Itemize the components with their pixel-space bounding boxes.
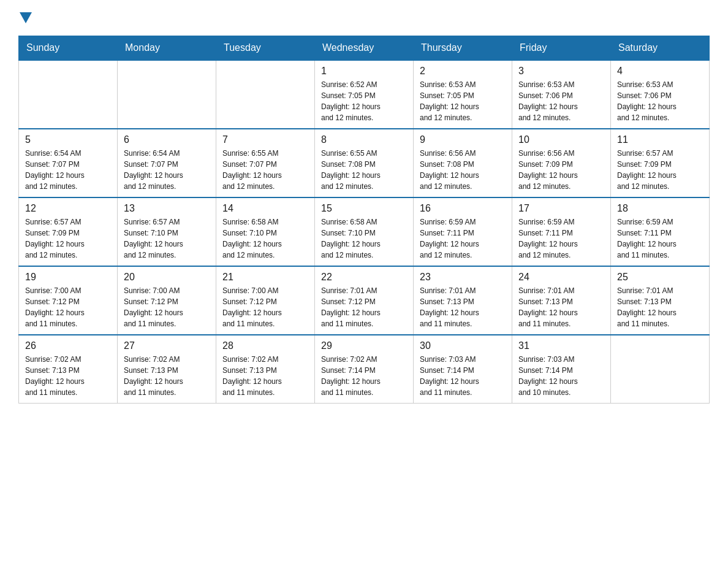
- day-info: Sunrise: 6:56 AMSunset: 7:09 PMDaylight:…: [518, 148, 604, 192]
- calendar-cell: 9Sunrise: 6:56 AMSunset: 7:08 PMDaylight…: [414, 129, 512, 197]
- calendar-cell: 5Sunrise: 6:54 AMSunset: 7:07 PMDaylight…: [19, 129, 118, 197]
- calendar-cell: 31Sunrise: 7:03 AMSunset: 7:14 PMDayligh…: [512, 335, 611, 404]
- day-number: 19: [25, 272, 111, 283]
- day-number: 16: [420, 203, 506, 214]
- day-info: Sunrise: 7:00 AMSunset: 7:12 PMDaylight:…: [25, 285, 111, 329]
- calendar-cell: 24Sunrise: 7:01 AMSunset: 7:13 PMDayligh…: [512, 266, 611, 335]
- day-info: Sunrise: 7:02 AMSunset: 7:13 PMDaylight:…: [25, 354, 111, 398]
- day-info: Sunrise: 6:53 AMSunset: 7:06 PMDaylight:…: [518, 79, 604, 123]
- calendar-cell: 17Sunrise: 6:59 AMSunset: 7:11 PMDayligh…: [512, 197, 611, 266]
- calendar-cell: [216, 60, 315, 129]
- week-row-5: 26Sunrise: 7:02 AMSunset: 7:13 PMDayligh…: [19, 335, 710, 404]
- day-number: 5: [25, 134, 111, 145]
- calendar-cell: 18Sunrise: 6:59 AMSunset: 7:11 PMDayligh…: [611, 197, 710, 266]
- day-number: 14: [222, 203, 308, 214]
- day-info: Sunrise: 6:55 AMSunset: 7:08 PMDaylight:…: [321, 148, 407, 192]
- week-row-4: 19Sunrise: 7:00 AMSunset: 7:12 PMDayligh…: [19, 266, 710, 335]
- day-number: 21: [222, 272, 308, 283]
- day-number: 18: [617, 203, 703, 214]
- day-info: Sunrise: 6:54 AMSunset: 7:07 PMDaylight:…: [124, 148, 210, 192]
- day-info: Sunrise: 7:02 AMSunset: 7:13 PMDaylight:…: [222, 354, 308, 398]
- day-header-sunday: Sunday: [19, 36, 118, 61]
- day-header-thursday: Thursday: [414, 36, 512, 61]
- day-info: Sunrise: 7:00 AMSunset: 7:12 PMDaylight:…: [124, 285, 210, 329]
- day-number: 30: [420, 340, 506, 351]
- calendar-cell: 19Sunrise: 7:00 AMSunset: 7:12 PMDayligh…: [19, 266, 118, 335]
- logo: [18, 12, 33, 23]
- day-number: 2: [420, 66, 506, 77]
- day-header-friday: Friday: [512, 36, 611, 61]
- day-number: 12: [25, 203, 111, 214]
- day-info: Sunrise: 6:54 AMSunset: 7:07 PMDaylight:…: [25, 148, 111, 192]
- day-info: Sunrise: 7:03 AMSunset: 7:14 PMDaylight:…: [420, 354, 506, 398]
- calendar-cell: 2Sunrise: 6:53 AMSunset: 7:05 PMDaylight…: [414, 60, 512, 129]
- day-number: 9: [420, 134, 506, 145]
- day-number: 24: [518, 272, 604, 283]
- logo-triangle-icon: [20, 12, 32, 23]
- day-header-wednesday: Wednesday: [315, 36, 414, 61]
- day-info: Sunrise: 7:02 AMSunset: 7:13 PMDaylight:…: [124, 354, 210, 398]
- calendar-cell: 3Sunrise: 6:53 AMSunset: 7:06 PMDaylight…: [512, 60, 611, 129]
- week-row-3: 12Sunrise: 6:57 AMSunset: 7:09 PMDayligh…: [19, 197, 710, 266]
- day-number: 29: [321, 340, 407, 351]
- day-info: Sunrise: 6:59 AMSunset: 7:11 PMDaylight:…: [518, 216, 604, 261]
- calendar-cell: 14Sunrise: 6:58 AMSunset: 7:10 PMDayligh…: [216, 197, 315, 266]
- day-number: 31: [518, 340, 604, 351]
- calendar-cell: 20Sunrise: 7:00 AMSunset: 7:12 PMDayligh…: [118, 266, 216, 335]
- day-info: Sunrise: 6:56 AMSunset: 7:08 PMDaylight:…: [420, 148, 506, 192]
- calendar-table: SundayMondayTuesdayWednesdayThursdayFrid…: [18, 36, 710, 404]
- day-info: Sunrise: 6:58 AMSunset: 7:10 PMDaylight:…: [321, 216, 407, 261]
- calendar-cell: 15Sunrise: 6:58 AMSunset: 7:10 PMDayligh…: [315, 197, 414, 266]
- day-info: Sunrise: 7:03 AMSunset: 7:14 PMDaylight:…: [518, 354, 604, 398]
- day-number: 22: [321, 272, 407, 283]
- day-info: Sunrise: 7:00 AMSunset: 7:12 PMDaylight:…: [222, 285, 308, 329]
- day-number: 1: [321, 66, 407, 77]
- calendar-cell: 27Sunrise: 7:02 AMSunset: 7:13 PMDayligh…: [118, 335, 216, 404]
- calendar-cell: 1Sunrise: 6:52 AMSunset: 7:05 PMDaylight…: [315, 60, 414, 129]
- day-info: Sunrise: 6:59 AMSunset: 7:11 PMDaylight:…: [420, 216, 506, 261]
- days-header-row: SundayMondayTuesdayWednesdayThursdayFrid…: [19, 36, 710, 61]
- calendar-cell: 8Sunrise: 6:55 AMSunset: 7:08 PMDaylight…: [315, 129, 414, 197]
- day-header-saturday: Saturday: [611, 36, 710, 61]
- calendar-cell: 12Sunrise: 6:57 AMSunset: 7:09 PMDayligh…: [19, 197, 118, 266]
- calendar-cell: 23Sunrise: 7:01 AMSunset: 7:13 PMDayligh…: [414, 266, 512, 335]
- day-number: 28: [222, 340, 308, 351]
- day-number: 15: [321, 203, 407, 214]
- calendar-cell: 22Sunrise: 7:01 AMSunset: 7:12 PMDayligh…: [315, 266, 414, 335]
- day-number: 25: [617, 272, 703, 283]
- day-number: 7: [222, 134, 308, 145]
- calendar-cell: [611, 335, 710, 404]
- day-info: Sunrise: 6:57 AMSunset: 7:10 PMDaylight:…: [124, 216, 210, 261]
- day-number: 26: [25, 340, 111, 351]
- calendar-cell: 10Sunrise: 6:56 AMSunset: 7:09 PMDayligh…: [512, 129, 611, 197]
- day-number: 8: [321, 134, 407, 145]
- calendar-cell: 13Sunrise: 6:57 AMSunset: 7:10 PMDayligh…: [118, 197, 216, 266]
- day-number: 4: [617, 66, 703, 77]
- day-number: 3: [518, 66, 604, 77]
- calendar-cell: 29Sunrise: 7:02 AMSunset: 7:14 PMDayligh…: [315, 335, 414, 404]
- day-info: Sunrise: 7:01 AMSunset: 7:13 PMDaylight:…: [518, 285, 604, 329]
- day-info: Sunrise: 6:52 AMSunset: 7:05 PMDaylight:…: [321, 79, 407, 123]
- day-info: Sunrise: 6:53 AMSunset: 7:05 PMDaylight:…: [420, 79, 506, 123]
- day-number: 23: [420, 272, 506, 283]
- page-header: [18, 12, 710, 23]
- day-header-monday: Monday: [118, 36, 216, 61]
- calendar-cell: 16Sunrise: 6:59 AMSunset: 7:11 PMDayligh…: [414, 197, 512, 266]
- calendar-cell: 21Sunrise: 7:00 AMSunset: 7:12 PMDayligh…: [216, 266, 315, 335]
- day-number: 27: [124, 340, 210, 351]
- week-row-2: 5Sunrise: 6:54 AMSunset: 7:07 PMDaylight…: [19, 129, 710, 197]
- week-row-1: 1Sunrise: 6:52 AMSunset: 7:05 PMDaylight…: [19, 60, 710, 129]
- day-number: 17: [518, 203, 604, 214]
- calendar-cell: 28Sunrise: 7:02 AMSunset: 7:13 PMDayligh…: [216, 335, 315, 404]
- day-header-tuesday: Tuesday: [216, 36, 315, 61]
- calendar-cell: [118, 60, 216, 129]
- day-info: Sunrise: 6:53 AMSunset: 7:06 PMDaylight:…: [617, 79, 703, 123]
- day-number: 13: [124, 203, 210, 214]
- calendar-cell: 26Sunrise: 7:02 AMSunset: 7:13 PMDayligh…: [19, 335, 118, 404]
- day-info: Sunrise: 6:58 AMSunset: 7:10 PMDaylight:…: [222, 216, 308, 261]
- calendar-cell: 25Sunrise: 7:01 AMSunset: 7:13 PMDayligh…: [611, 266, 710, 335]
- day-info: Sunrise: 6:57 AMSunset: 7:09 PMDaylight:…: [25, 216, 111, 261]
- day-number: 11: [617, 134, 703, 145]
- day-info: Sunrise: 6:59 AMSunset: 7:11 PMDaylight:…: [617, 216, 703, 261]
- day-info: Sunrise: 6:57 AMSunset: 7:09 PMDaylight:…: [617, 148, 703, 192]
